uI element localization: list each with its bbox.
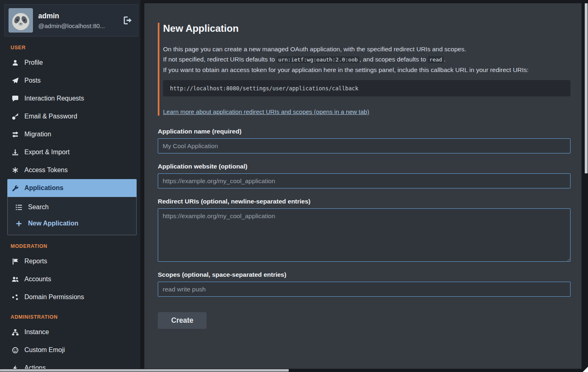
intro-line2-mid: , and scopes defaults to [359,56,428,63]
intro-text: On this page you can create a new manage… [163,44,571,75]
user-handle: @admin@localhost:80... [38,22,105,29]
sidebar-item-label: Migration [24,131,51,138]
intro-line1: On this page you can create a new manage… [163,46,466,53]
sidebar-item-label: Interaction Requests [24,95,84,102]
field-application-name: Application name (required) [158,128,571,153]
learn-more-link[interactable]: Learn more about application redirect UR… [163,108,369,115]
field-redirect-uris: Redirect URIs (optional, newline-separat… [158,198,571,262]
sidebar-item-label: Profile [24,59,43,66]
sidebar-item-instance[interactable]: Instance [7,323,137,341]
sidebar-item-custom-emoji[interactable]: Custom Emoji [7,341,137,359]
vertical-scrollbar [584,0,588,372]
sidebar-item-label: Export & Import [24,149,70,156]
sidebar-nav: USER Profile Posts Interaction Requests … [7,45,137,372]
submenu-item-label: Search [28,204,49,211]
sidebar-item-export-import[interactable]: Export & Import [7,143,137,161]
main-content: New Application On this page you can cre… [144,3,581,372]
sidebar-item-profile[interactable]: Profile [7,54,137,72]
application-website-label: Application website (optional) [158,163,571,170]
user-icon [11,59,19,66]
intro-block: New Application On this page you can cre… [158,23,571,116]
domain-dots-icon [11,294,19,301]
sidebar-item-label: Access Tokens [24,166,68,174]
create-button[interactable]: Create [158,312,207,329]
sidebar-item-label: Custom Emoji [24,346,65,354]
sidebar-item-applications[interactable]: Applications [7,179,137,197]
sidebar-item-label: Domain Permissions [24,293,84,301]
sidebar-item-migration[interactable]: Migration [7,125,137,143]
vertical-scrollbar-thumb[interactable] [585,3,588,173]
new-application-form: Application name (required) Application … [158,128,569,329]
application-name-input[interactable] [158,138,571,153]
sidebar-item-access-tokens[interactable]: Access Tokens [7,161,137,179]
sidebar-item-domain-permissions[interactable]: Domain Permissions [7,288,137,306]
sidebar-item-label: Instance [24,328,49,336]
sidebar-item-label: Posts [24,77,41,84]
sidebar-item-reports[interactable]: Reports [7,252,137,270]
key-icon [11,113,19,120]
sidebar-item-posts[interactable]: Posts [7,72,137,90]
section-label-moderation: MODERATION [11,243,137,249]
user-card[interactable]: admin @admin@localhost:80... [4,4,138,37]
comment-icon [11,95,19,102]
horizontal-scrollbar-thumb[interactable] [0,369,289,372]
users-icon [11,276,19,283]
exchange-arrows-icon [11,131,19,138]
scopes-input[interactable] [158,282,571,297]
applications-submenu: Search New Application [7,197,137,235]
sidebar-item-label: Accounts [24,276,51,283]
application-name-label: Application name (required) [158,128,571,135]
intro-line2-post: . [444,56,445,63]
sitemap-icon [11,329,19,336]
plus-icon [15,220,23,227]
sidebar-item-label: Email & Password [24,113,77,120]
export-icon [11,149,19,156]
flag-icon [11,258,19,265]
asterisk-icon [11,167,19,174]
redirect-uris-textarea[interactable] [158,208,571,262]
sidebar: admin @admin@localhost:80... USER Profil… [0,0,140,372]
section-label-administration: ADMINISTRATION [11,314,137,320]
sidebar-item-email-password[interactable]: Email & Password [7,107,137,125]
scopes-label: Scopes (optional, space-separated entrie… [158,271,571,278]
smiley-icon [11,347,19,354]
user-name: admin [38,12,105,20]
page-title: New Application [163,23,571,34]
field-scopes: Scopes (optional, space-separated entrie… [158,271,571,297]
user-meta: admin @admin@localhost:80... [38,12,105,29]
list-icon [15,204,23,211]
callback-url-codeblock: http://localhost:8080/settings/user/appl… [163,80,571,96]
section-label-user: USER [11,45,137,50]
logout-icon[interactable] [123,16,132,25]
avatar [9,8,33,33]
field-application-website: Application website (optional) [158,163,571,188]
submenu-item-new-application[interactable]: New Application [8,215,136,232]
paper-plane-icon [11,77,19,84]
inline-code-oob: urn:ietf:wg:oauth:2.0:oob [277,56,359,63]
submenu-item-search[interactable]: Search [8,199,136,215]
horizontal-scrollbar [0,369,588,372]
sidebar-item-accounts[interactable]: Accounts [7,270,137,288]
sidebar-item-label: Applications [24,184,63,192]
redirect-uris-label: Redirect URIs (optional, newline-separat… [158,198,571,205]
intro-line2-pre: If not specified, redirect URIs defaults… [163,56,277,63]
scrollbar-corner [583,367,588,372]
intro-line3: If you want to obtain an access token fo… [163,66,529,73]
wrench-icon [11,185,19,192]
submenu-item-label: New Application [28,220,78,227]
inline-code-read: read [428,56,444,63]
sidebar-item-label: Reports [24,258,47,265]
sidebar-item-interaction-requests[interactable]: Interaction Requests [7,90,137,107]
application-website-input[interactable] [158,173,571,188]
